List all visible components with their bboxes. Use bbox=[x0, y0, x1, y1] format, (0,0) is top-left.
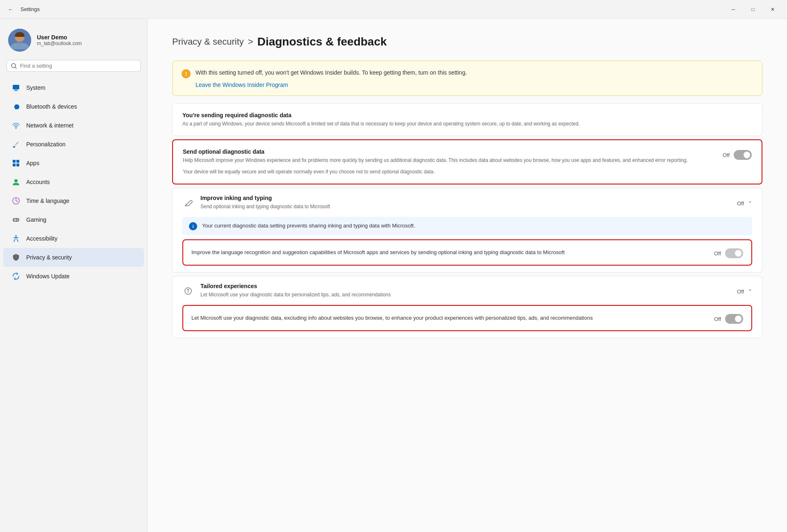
sidebar-label-personalization: Personalization bbox=[26, 141, 66, 148]
svg-point-23 bbox=[18, 220, 18, 221]
svg-point-30 bbox=[185, 288, 191, 294]
inking-toggle-label: Off bbox=[737, 200, 744, 207]
svg-point-31 bbox=[187, 289, 189, 291]
sidebar-label-gaming: Gaming bbox=[26, 216, 46, 223]
user-profile: User Demo m_lab@outlook.com bbox=[0, 25, 147, 60]
close-button[interactable]: ✕ bbox=[763, 3, 782, 16]
tailored-sub-toggle[interactable] bbox=[725, 314, 743, 324]
svg-rect-13 bbox=[13, 164, 16, 166]
required-data-row: You're sending required diagnostic data … bbox=[182, 112, 752, 127]
breadcrumb-parent[interactable]: Privacy & security bbox=[172, 36, 244, 47]
optional-data-desc-main: Help Microsoft improve your Windows expe… bbox=[183, 157, 716, 164]
svg-point-22 bbox=[17, 219, 18, 220]
sidebar-label-apps: Apps bbox=[26, 160, 39, 166]
monitor-icon bbox=[11, 83, 20, 92]
tailored-content: Tailored experiences Let Microsoft use y… bbox=[200, 283, 730, 298]
optional-data-title: Send optional diagnostic data bbox=[183, 148, 716, 155]
sidebar-label-system: System bbox=[26, 84, 45, 91]
optional-data-toggle[interactable] bbox=[734, 150, 752, 160]
inking-header[interactable]: Improve inking and typing Send optional … bbox=[172, 188, 762, 217]
svg-rect-10 bbox=[13, 146, 15, 148]
sidebar-item-apps[interactable]: Apps bbox=[3, 154, 144, 173]
optional-data-toggle-label: Off bbox=[723, 152, 730, 158]
sidebar-item-bluetooth[interactable]: ⬣ Bluetooth & devices bbox=[3, 97, 144, 116]
sidebar-label-time: Time & language bbox=[26, 198, 69, 204]
optional-data-row: Send optional diagnostic data Help Micro… bbox=[183, 148, 752, 175]
tailored-section: Tailored experiences Let Microsoft use y… bbox=[172, 276, 762, 338]
person-icon bbox=[11, 177, 20, 186]
breadcrumb-current: Diagnostics & feedback bbox=[257, 35, 387, 48]
back-button[interactable]: ← bbox=[5, 4, 16, 15]
sidebar-item-update[interactable]: Windows Update bbox=[3, 267, 144, 286]
minimize-button[interactable]: ─ bbox=[724, 3, 743, 16]
inking-sub-card: Improve the language recognition and sug… bbox=[182, 239, 752, 266]
user-name: User Demo bbox=[37, 34, 82, 41]
info-icon: i bbox=[189, 222, 197, 230]
required-data-title: You're sending required diagnostic data bbox=[182, 112, 752, 118]
svg-line-28 bbox=[17, 239, 18, 242]
bluetooth-icon: ⬣ bbox=[11, 102, 20, 111]
inking-section: Improve inking and typing Send optional … bbox=[172, 188, 762, 273]
sidebar-item-system[interactable]: System bbox=[3, 78, 144, 97]
svg-line-4 bbox=[15, 67, 16, 68]
titlebar: ← Settings ─ □ ✕ bbox=[0, 0, 787, 19]
warning-icon: ! bbox=[182, 69, 191, 78]
required-data-card: You're sending required diagnostic data … bbox=[172, 103, 762, 136]
clock-icon bbox=[11, 196, 20, 205]
user-info: User Demo m_lab@outlook.com bbox=[37, 34, 82, 46]
sidebar-item-accounts[interactable]: Accounts bbox=[3, 173, 144, 191]
svg-line-18 bbox=[16, 201, 18, 202]
svg-line-27 bbox=[14, 239, 15, 242]
sidebar-item-gaming[interactable]: Gaming bbox=[3, 210, 144, 229]
sidebar-item-accessibility[interactable]: Accessibility bbox=[3, 229, 144, 248]
inking-control: Off ⌃ bbox=[737, 200, 752, 207]
optional-data-control: Off bbox=[723, 150, 752, 160]
search-input[interactable] bbox=[20, 63, 136, 69]
optional-data-desc-extra: Your device will be equally secure and w… bbox=[183, 168, 716, 175]
sidebar: User Demo m_lab@outlook.com System ⬣ Blu… bbox=[0, 19, 148, 532]
tailored-icon bbox=[182, 285, 194, 297]
app-body: User Demo m_lab@outlook.com System ⬣ Blu… bbox=[0, 19, 787, 532]
apps-icon bbox=[11, 159, 20, 168]
sidebar-item-personalization[interactable]: Personalization bbox=[3, 135, 144, 154]
brush-icon bbox=[11, 140, 20, 149]
sidebar-item-network[interactable]: Network & internet bbox=[3, 116, 144, 135]
svg-point-9 bbox=[16, 127, 17, 129]
breadcrumb: Privacy & security > Diagnostics & feedb… bbox=[172, 35, 762, 48]
inking-sub-control: Off bbox=[714, 248, 743, 258]
gamepad-icon bbox=[11, 215, 20, 224]
svg-rect-14 bbox=[16, 164, 19, 166]
tailored-title: Tailored experiences bbox=[200, 283, 730, 289]
inking-info-row: i Your current diagnostic data setting p… bbox=[182, 217, 752, 235]
inking-icon bbox=[182, 197, 194, 209]
wifi-icon bbox=[11, 121, 20, 130]
accessibility-icon bbox=[11, 234, 20, 243]
inking-expand-icon[interactable]: ⌃ bbox=[748, 200, 752, 206]
warning-row: ! With this setting turned off, you won'… bbox=[182, 68, 753, 78]
inking-desc: Send optional inking and typing diagnost… bbox=[200, 203, 730, 210]
user-email: m_lab@outlook.com bbox=[37, 41, 82, 46]
tailored-sub-control: Off bbox=[714, 314, 743, 324]
svg-text:⬣: ⬣ bbox=[14, 103, 20, 110]
sidebar-label-accounts: Accounts bbox=[26, 179, 50, 185]
inking-content: Improve inking and typing Send optional … bbox=[200, 195, 730, 210]
window-controls: ─ □ ✕ bbox=[724, 3, 782, 16]
search-icon bbox=[11, 63, 17, 69]
sidebar-item-privacy[interactable]: Privacy & security bbox=[3, 248, 144, 267]
search-box[interactable] bbox=[7, 60, 141, 72]
sidebar-label-network: Network & internet bbox=[26, 122, 73, 129]
windows-insider-link[interactable]: Leave the Windows Insider Program bbox=[196, 82, 753, 88]
svg-rect-5 bbox=[13, 85, 19, 89]
inking-sub-toggle[interactable] bbox=[725, 248, 743, 258]
maximize-button[interactable]: □ bbox=[744, 3, 762, 16]
inking-sub-label: Off bbox=[714, 250, 721, 257]
breadcrumb-sep: > bbox=[248, 36, 253, 47]
svg-rect-7 bbox=[14, 91, 18, 91]
sidebar-item-time[interactable]: Time & language bbox=[3, 191, 144, 210]
optional-data-card: Send optional diagnostic data Help Micro… bbox=[172, 139, 762, 184]
svg-rect-11 bbox=[13, 160, 16, 163]
inking-title: Improve inking and typing bbox=[200, 195, 730, 201]
tailored-header[interactable]: Tailored experiences Let Microsoft use y… bbox=[172, 276, 762, 305]
tailored-expand-icon[interactable]: ⌃ bbox=[748, 289, 752, 294]
refresh-icon bbox=[11, 272, 20, 281]
